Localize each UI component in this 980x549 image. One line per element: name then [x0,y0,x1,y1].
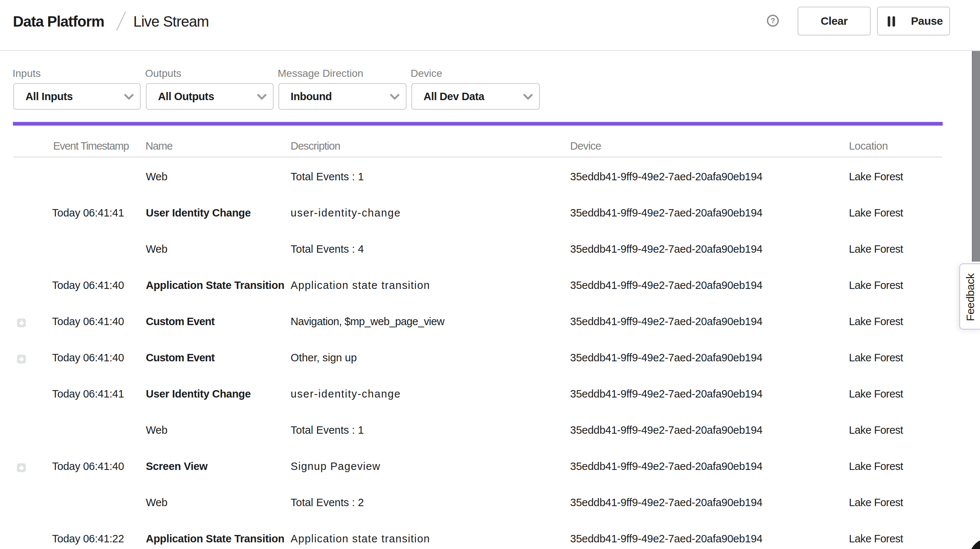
svg-text:?: ? [771,16,775,25]
